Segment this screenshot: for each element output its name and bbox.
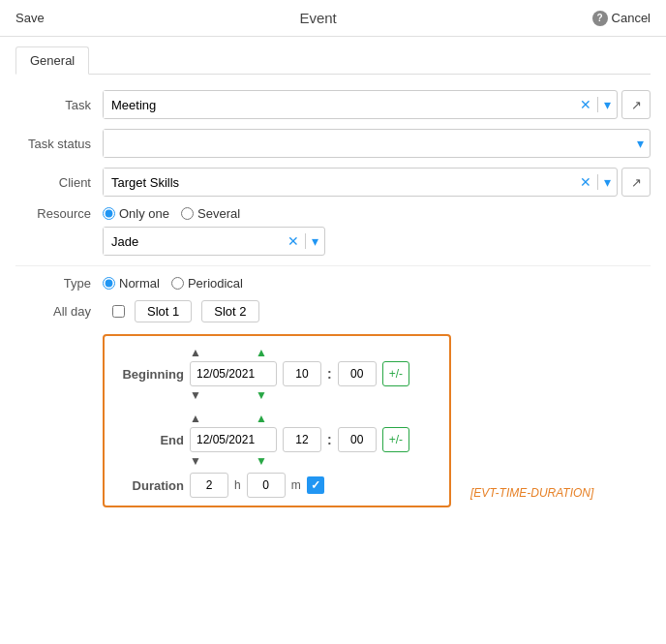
cancel-button[interactable]: ? Cancel bbox=[592, 11, 651, 26]
end-date-down-button[interactable]: ▼ bbox=[190, 455, 201, 467]
slot2-button[interactable]: Slot 2 bbox=[201, 300, 258, 322]
task-status-input[interactable] bbox=[104, 130, 631, 157]
task-external-button[interactable]: ↗ bbox=[621, 90, 651, 119]
task-control: ✕ ▾ ↗ bbox=[103, 90, 651, 119]
beginning-label: Beginning bbox=[116, 367, 184, 382]
client-input[interactable] bbox=[104, 169, 574, 196]
save-button[interactable]: Save bbox=[15, 11, 45, 25]
client-row: Client ✕ ▾ ↗ bbox=[15, 168, 651, 197]
task-status-row: Task status ▾ bbox=[15, 129, 651, 158]
resource-several-label[interactable]: Several bbox=[181, 206, 240, 221]
beginning-row: Beginning : +/- bbox=[116, 361, 438, 386]
client-input-wrap: ✕ ▾ bbox=[103, 168, 618, 197]
task-status-input-wrap: ▾ bbox=[103, 129, 651, 158]
type-normal-radio[interactable] bbox=[103, 277, 115, 290]
beginning-date-input[interactable] bbox=[190, 361, 277, 386]
task-row: Task ✕ ▾ ↗ bbox=[15, 90, 651, 119]
duration-hours-input[interactable] bbox=[190, 473, 228, 498]
tab-general[interactable]: General bbox=[15, 46, 89, 75]
task-input-wrap: ✕ ▾ bbox=[103, 90, 618, 119]
duration-minutes-unit: m bbox=[291, 478, 301, 492]
task-label: Task bbox=[15, 98, 103, 112]
end-date-up-button[interactable]: ▲ bbox=[190, 413, 201, 424]
task-dropdown-button[interactable]: ▾ bbox=[598, 91, 617, 118]
resource-row: Resource Only one Several ✕ bbox=[15, 206, 651, 256]
end-hour-down-button[interactable]: ▼ bbox=[256, 455, 267, 467]
client-label: Client bbox=[15, 175, 103, 190]
task-input[interactable] bbox=[104, 91, 574, 118]
type-radio-group: Normal Periodical bbox=[103, 276, 243, 291]
duration-checkbox[interactable] bbox=[307, 476, 324, 494]
beginning-hour-down-button[interactable]: ▼ bbox=[256, 389, 267, 401]
task-status-label: Task status bbox=[15, 137, 103, 151]
allday-checkbox[interactable] bbox=[112, 305, 125, 318]
end-row: End : +/- bbox=[116, 427, 438, 452]
type-normal-label[interactable]: Normal bbox=[103, 276, 160, 291]
beginning-hour-input[interactable] bbox=[283, 361, 321, 386]
resource-value-input[interactable] bbox=[104, 228, 282, 255]
resource-options: Only one Several ✕ ▾ bbox=[103, 206, 325, 256]
type-control: Normal Periodical bbox=[103, 276, 651, 291]
beginning-arrows-down: ▼ ▼ bbox=[116, 389, 438, 401]
resource-radio-group: Only one Several bbox=[103, 206, 325, 221]
beginning-minute-input[interactable] bbox=[338, 361, 377, 386]
end-minute-input[interactable] bbox=[338, 427, 377, 452]
resource-value-wrap: ✕ ▾ bbox=[103, 227, 325, 256]
resource-label: Resource bbox=[15, 206, 103, 221]
resource-clear-button[interactable]: ✕ bbox=[282, 228, 305, 255]
client-dropdown-button[interactable]: ▾ bbox=[598, 169, 617, 196]
end-arrows-up: ▲ ▲ bbox=[116, 413, 438, 424]
resource-only-one-label[interactable]: Only one bbox=[103, 206, 169, 221]
duration-label: Duration bbox=[116, 478, 184, 493]
task-status-dropdown-button[interactable]: ▾ bbox=[631, 130, 650, 157]
client-external-button[interactable]: ↗ bbox=[621, 168, 651, 197]
resource-only-one-radio[interactable] bbox=[103, 207, 115, 220]
tabs: General bbox=[15, 46, 651, 75]
resource-several-radio[interactable] bbox=[181, 207, 194, 220]
end-label: End bbox=[116, 433, 184, 447]
allday-row: All day Slot 1 Slot 2 bbox=[15, 300, 651, 322]
resource-dropdown-button[interactable]: ▾ bbox=[306, 228, 324, 255]
type-periodical-label[interactable]: Periodical bbox=[171, 276, 243, 291]
datetime-section: ▲ ▲ Beginning : +/- ▼ ▼ bbox=[15, 334, 651, 507]
main-content: General Task ✕ ▾ ↗ Task status ▾ Client bbox=[0, 37, 666, 529]
beginning-date-up-button[interactable]: ▲ bbox=[190, 347, 201, 358]
end-date-input[interactable] bbox=[190, 427, 277, 452]
beginning-plusminus-button[interactable]: +/- bbox=[382, 361, 409, 386]
type-label: Type bbox=[15, 276, 103, 291]
end-arrows-down: ▼ ▼ bbox=[116, 455, 438, 467]
end-hour-input[interactable] bbox=[283, 427, 321, 452]
datetime-box: ▲ ▲ Beginning : +/- ▼ ▼ bbox=[103, 334, 451, 507]
end-hour-up-button[interactable]: ▲ bbox=[256, 413, 267, 424]
beginning-hour-up-button[interactable]: ▲ bbox=[256, 347, 267, 358]
divider-1 bbox=[15, 265, 651, 266]
type-row: Type Normal Periodical bbox=[15, 276, 651, 291]
duration-row: Duration h m bbox=[116, 473, 438, 498]
beginning-colon: : bbox=[327, 366, 332, 382]
help-icon: ? bbox=[592, 11, 608, 26]
task-clear-button[interactable]: ✕ bbox=[574, 91, 597, 118]
allday-control: Slot 1 Slot 2 bbox=[112, 300, 651, 322]
end-plusminus-button[interactable]: +/- bbox=[382, 427, 409, 452]
client-clear-button[interactable]: ✕ bbox=[574, 169, 597, 196]
page-title: Event bbox=[299, 10, 336, 26]
client-control: ✕ ▾ ↗ bbox=[103, 168, 651, 197]
duration-hours-unit: h bbox=[234, 478, 241, 492]
evt-time-duration-tag: [EVT-TIME-DURATION] bbox=[470, 486, 593, 507]
duration-minutes-input[interactable] bbox=[247, 473, 286, 498]
beginning-date-down-button[interactable]: ▼ bbox=[190, 389, 201, 401]
task-status-control: ▾ bbox=[103, 129, 651, 158]
beginning-arrows-up: ▲ ▲ bbox=[116, 347, 438, 358]
resource-control: Only one Several ✕ ▾ bbox=[103, 206, 651, 256]
type-periodical-radio[interactable] bbox=[171, 277, 184, 290]
end-colon: : bbox=[327, 432, 332, 447]
slot1-button[interactable]: Slot 1 bbox=[135, 300, 192, 322]
toolbar: Save Event ? Cancel bbox=[0, 0, 666, 37]
allday-label: All day bbox=[15, 304, 103, 319]
